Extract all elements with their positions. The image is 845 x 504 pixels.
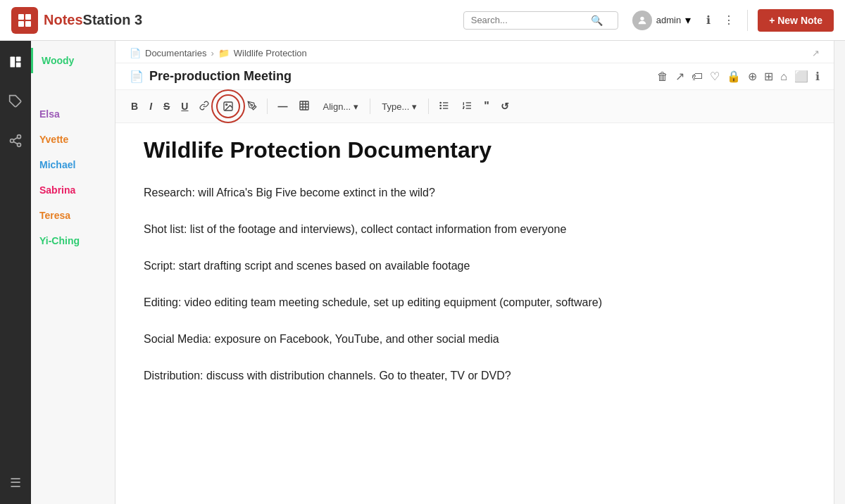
note-title: Pre-production Meeting: [149, 69, 292, 84]
svg-point-15: [226, 104, 227, 106]
table-button[interactable]: [294, 97, 314, 116]
breadcrumb-wildlife[interactable]: Wildlife Protection: [234, 48, 307, 58]
note-item-5: Social Media: exposure on Facebook, YouT…: [144, 331, 806, 348]
sidebar-icon-panels[interactable]: [3, 49, 28, 75]
undo-button[interactable]: ↺: [496, 98, 513, 115]
type-dropdown[interactable]: Type... ▾: [376, 99, 423, 115]
sidebar-icons: ☰: [0, 41, 31, 504]
bold-button[interactable]: B: [127, 98, 142, 115]
user-menu[interactable]: admin ▾: [627, 8, 696, 33]
strikethrough-button[interactable]: S: [159, 98, 174, 115]
user-item-teresa[interactable]: Teresa: [31, 203, 115, 228]
note-title-area: 📄 Pre-production Meeting: [130, 69, 292, 84]
svg-point-26: [440, 105, 441, 106]
note-header: 📄 Pre-production Meeting 🗑 ↗ 🏷 ♡ 🔒 ⊕ ⊞ ⌂…: [115, 63, 834, 90]
user-item-yiching[interactable]: Yi-Ching: [31, 228, 115, 253]
header-icons: admin ▾ ℹ ⋮ + New Note: [627, 8, 834, 33]
right-scrollbar: [834, 41, 845, 504]
breadcrumb-action-icon[interactable]: ↗: [812, 48, 820, 58]
note-icon: 📄: [130, 70, 144, 83]
svg-rect-3: [25, 21, 31, 27]
svg-rect-7: [16, 63, 21, 68]
hr-button[interactable]: —: [273, 98, 292, 115]
svg-point-4: [640, 16, 644, 20]
note-item-2: Shot list: list of the footage and inter…: [144, 221, 806, 238]
align-dropdown[interactable]: Align... ▾: [317, 99, 364, 115]
note-actions: 🗑 ↗ 🏷 ♡ 🔒 ⊕ ⊞ ⌂ ⬜ ℹ: [657, 70, 820, 83]
user-dropdown-icon: ▾: [685, 13, 691, 27]
user-item-woody[interactable]: Woody: [31, 48, 115, 73]
lock-icon[interactable]: 🔒: [727, 70, 741, 83]
list-ol-button[interactable]: [457, 97, 477, 116]
link-button[interactable]: [195, 98, 213, 115]
info-icon[interactable]: ℹ: [815, 70, 820, 83]
main-layout: ☰ Woody Elsa Yvette Michael Sabrina Tere…: [0, 41, 845, 504]
list-ul-button[interactable]: [434, 97, 454, 116]
content-area: 📄 Documentaries › 📁 Wildlife Protection …: [115, 41, 834, 504]
sidebar-icon-share[interactable]: [3, 128, 28, 153]
pen-button[interactable]: [243, 98, 261, 115]
svg-line-13: [13, 137, 18, 139]
toolbar-sep3: [428, 99, 429, 114]
svg-point-16: [251, 104, 253, 106]
svg-point-10: [11, 139, 14, 143]
info-button[interactable]: ℹ: [703, 11, 713, 30]
italic-button[interactable]: I: [145, 98, 156, 115]
note-item-1: Research: will Africa's Big Five become …: [144, 184, 806, 201]
app-header: NotesStation 3 🔍 admin ▾ ℹ ⋮ + New Note: [0, 0, 845, 41]
user-item-yvette[interactable]: Yvette: [31, 127, 115, 152]
grid-icon[interactable]: ⊞: [764, 70, 773, 83]
app-logo: [11, 7, 38, 34]
note-item-3: Script: start drafting script and scenes…: [144, 258, 806, 275]
svg-rect-17: [300, 101, 308, 110]
svg-point-11: [18, 143, 21, 146]
sidebar-icon-tags[interactable]: [3, 89, 28, 114]
header-divider: [747, 10, 748, 31]
tag-icon[interactable]: 🏷: [691, 70, 703, 83]
breadcrumb: 📄 Documentaries › 📁 Wildlife Protection …: [115, 41, 834, 63]
attachment-icon[interactable]: ⊕: [748, 70, 757, 83]
svg-point-27: [440, 108, 441, 108]
note-content: Wildlife Protection Documentary Research…: [115, 123, 834, 504]
toolbar: B I S U — Align... ▾: [115, 90, 834, 123]
users-sidebar: Woody Elsa Yvette Michael Sabrina Teresa…: [31, 41, 115, 504]
breadcrumb-sep-icon: 📁: [218, 48, 230, 58]
image-button-wrap: [216, 94, 240, 118]
search-input[interactable]: [471, 15, 591, 25]
type-dropdown-arrow: ▾: [412, 101, 417, 112]
share-icon[interactable]: ↗: [675, 70, 684, 83]
svg-rect-0: [18, 14, 24, 20]
note-item-4: Editing: video editing team meeting sche…: [144, 294, 806, 311]
new-note-button[interactable]: + New Note: [758, 9, 834, 32]
svg-line-12: [13, 141, 18, 144]
more-options-button[interactable]: ⋮: [720, 11, 737, 30]
image-button[interactable]: [216, 94, 240, 118]
search-icon[interactable]: 🔍: [591, 15, 603, 26]
breadcrumb-documentaries[interactable]: Documentaries: [145, 48, 206, 58]
note-item-6: Distribution: discuss with distribution …: [144, 367, 806, 384]
user-item-michael[interactable]: Michael: [31, 152, 115, 177]
note-document-title: Wildlife Protection Documentary: [144, 137, 806, 163]
search-box[interactable]: 🔍: [463, 11, 618, 30]
underline-button[interactable]: U: [177, 98, 192, 115]
toolbar-sep1: [267, 99, 268, 114]
svg-rect-6: [16, 57, 21, 62]
app-name: NotesStation 3: [44, 12, 142, 28]
svg-rect-2: [18, 21, 24, 27]
home-icon[interactable]: ⌂: [780, 70, 787, 83]
svg-rect-1: [25, 14, 31, 20]
delete-icon[interactable]: 🗑: [657, 70, 668, 83]
user-item-sabrina[interactable]: Sabrina: [31, 177, 115, 203]
expand-icon[interactable]: ⬜: [794, 70, 808, 83]
quote-button[interactable]: ": [480, 97, 494, 115]
svg-point-9: [18, 135, 21, 139]
user-item-elsa[interactable]: Elsa: [31, 101, 115, 127]
favorite-icon[interactable]: ♡: [710, 70, 720, 83]
breadcrumb-sep1: ›: [211, 48, 213, 58]
svg-rect-5: [11, 57, 15, 68]
user-name: admin: [656, 15, 681, 25]
toolbar-sep2: [370, 99, 370, 114]
align-dropdown-arrow: ▾: [353, 101, 358, 112]
svg-point-25: [440, 102, 441, 103]
sidebar-icon-menu[interactable]: ☰: [3, 470, 28, 496]
